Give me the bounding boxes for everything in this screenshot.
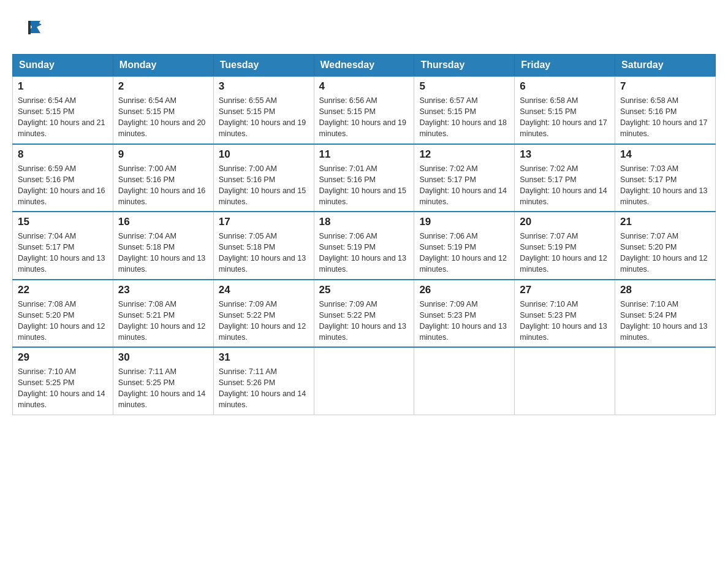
day-number: 24 bbox=[219, 284, 309, 296]
day-number: 4 bbox=[319, 80, 409, 93]
day-number: 18 bbox=[319, 216, 409, 228]
day-info: Sunrise: 7:09 AM Sunset: 5:23 PM Dayligh… bbox=[419, 299, 509, 343]
day-number: 15 bbox=[18, 216, 108, 228]
calendar-cell: 30 Sunrise: 7:11 AM Sunset: 5:25 PM Dayl… bbox=[113, 347, 213, 415]
day-info: Sunrise: 7:03 AM Sunset: 5:17 PM Dayligh… bbox=[620, 163, 710, 208]
day-info: Sunrise: 7:02 AM Sunset: 5:17 PM Dayligh… bbox=[520, 163, 610, 208]
week-row-5: 29 Sunrise: 7:10 AM Sunset: 5:25 PM Dayl… bbox=[13, 347, 716, 415]
day-info: Sunrise: 7:00 AM Sunset: 5:16 PM Dayligh… bbox=[118, 163, 208, 208]
day-info: Sunrise: 6:58 AM Sunset: 5:16 PM Dayligh… bbox=[620, 95, 710, 140]
day-info: Sunrise: 7:11 AM Sunset: 5:26 PM Dayligh… bbox=[219, 366, 309, 411]
weekday-header-tuesday: Tuesday bbox=[213, 55, 314, 77]
calendar-cell: 13 Sunrise: 7:02 AM Sunset: 5:17 PM Dayl… bbox=[515, 144, 615, 212]
calendar-cell: 11 Sunrise: 7:01 AM Sunset: 5:16 PM Dayl… bbox=[314, 144, 414, 212]
day-number: 3 bbox=[219, 80, 309, 93]
day-info: Sunrise: 7:04 AM Sunset: 5:17 PM Dayligh… bbox=[18, 231, 108, 275]
weekday-header-friday: Friday bbox=[515, 55, 615, 77]
day-info: Sunrise: 7:01 AM Sunset: 5:16 PM Dayligh… bbox=[319, 163, 409, 208]
day-number: 17 bbox=[219, 216, 309, 228]
day-number: 29 bbox=[18, 351, 108, 364]
calendar-cell: 1 Sunrise: 6:54 AM Sunset: 5:15 PM Dayli… bbox=[13, 76, 113, 144]
calendar-cell: 6 Sunrise: 6:58 AM Sunset: 5:15 PM Dayli… bbox=[515, 76, 615, 144]
day-info: Sunrise: 7:09 AM Sunset: 5:22 PM Dayligh… bbox=[319, 299, 409, 343]
day-number: 11 bbox=[319, 148, 409, 161]
day-info: Sunrise: 7:08 AM Sunset: 5:21 PM Dayligh… bbox=[118, 299, 208, 343]
weekday-header-thursday: Thursday bbox=[414, 55, 515, 77]
day-number: 2 bbox=[118, 80, 208, 93]
calendar-cell bbox=[615, 347, 716, 415]
calendar-cell: 22 Sunrise: 7:08 AM Sunset: 5:20 PM Dayl… bbox=[13, 280, 113, 348]
day-info: Sunrise: 7:10 AM Sunset: 5:23 PM Dayligh… bbox=[520, 299, 610, 343]
logo bbox=[25, 18, 43, 36]
day-number: 22 bbox=[18, 284, 108, 296]
day-number: 20 bbox=[520, 216, 610, 228]
day-number: 16 bbox=[118, 216, 208, 228]
day-number: 25 bbox=[319, 284, 409, 296]
day-number: 23 bbox=[118, 284, 208, 296]
calendar-cell: 23 Sunrise: 7:08 AM Sunset: 5:21 PM Dayl… bbox=[113, 280, 213, 348]
calendar-cell: 16 Sunrise: 7:04 AM Sunset: 5:18 PM Dayl… bbox=[113, 212, 213, 280]
calendar-cell: 5 Sunrise: 6:57 AM Sunset: 5:15 PM Dayli… bbox=[414, 76, 515, 144]
day-info: Sunrise: 6:54 AM Sunset: 5:15 PM Dayligh… bbox=[18, 95, 108, 140]
page-header bbox=[12, 12, 716, 42]
calendar-cell: 19 Sunrise: 7:06 AM Sunset: 5:19 PM Dayl… bbox=[414, 212, 515, 280]
day-number: 14 bbox=[620, 148, 710, 161]
calendar-cell: 18 Sunrise: 7:06 AM Sunset: 5:19 PM Dayl… bbox=[314, 212, 414, 280]
weekday-header-monday: Monday bbox=[113, 55, 213, 77]
calendar-cell: 31 Sunrise: 7:11 AM Sunset: 5:26 PM Dayl… bbox=[213, 347, 314, 415]
calendar-cell: 7 Sunrise: 6:58 AM Sunset: 5:16 PM Dayli… bbox=[615, 76, 716, 144]
day-info: Sunrise: 6:55 AM Sunset: 5:15 PM Dayligh… bbox=[219, 95, 309, 140]
calendar-cell: 2 Sunrise: 6:54 AM Sunset: 5:15 PM Dayli… bbox=[113, 76, 213, 144]
calendar-cell bbox=[414, 347, 515, 415]
calendar-cell: 26 Sunrise: 7:09 AM Sunset: 5:23 PM Dayl… bbox=[414, 280, 515, 348]
calendar-cell: 24 Sunrise: 7:09 AM Sunset: 5:22 PM Dayl… bbox=[213, 280, 314, 348]
day-number: 19 bbox=[419, 216, 509, 228]
day-info: Sunrise: 6:59 AM Sunset: 5:16 PM Dayligh… bbox=[18, 163, 108, 208]
weekday-header-wednesday: Wednesday bbox=[314, 55, 414, 77]
day-number: 10 bbox=[219, 148, 309, 161]
day-info: Sunrise: 7:05 AM Sunset: 5:18 PM Dayligh… bbox=[219, 231, 309, 275]
calendar-cell: 12 Sunrise: 7:02 AM Sunset: 5:17 PM Dayl… bbox=[414, 144, 515, 212]
day-info: Sunrise: 7:04 AM Sunset: 5:18 PM Dayligh… bbox=[118, 231, 208, 275]
day-number: 5 bbox=[419, 80, 509, 93]
logo-flag-icon bbox=[26, 18, 43, 36]
weekday-header-row: SundayMondayTuesdayWednesdayThursdayFrid… bbox=[13, 55, 716, 77]
day-number: 30 bbox=[118, 351, 208, 364]
day-number: 6 bbox=[520, 80, 610, 93]
week-row-3: 15 Sunrise: 7:04 AM Sunset: 5:17 PM Dayl… bbox=[13, 212, 716, 280]
day-number: 13 bbox=[520, 148, 610, 161]
day-info: Sunrise: 7:10 AM Sunset: 5:24 PM Dayligh… bbox=[620, 299, 710, 343]
week-row-1: 1 Sunrise: 6:54 AM Sunset: 5:15 PM Dayli… bbox=[13, 76, 716, 144]
day-number: 27 bbox=[520, 284, 610, 296]
calendar-cell: 21 Sunrise: 7:07 AM Sunset: 5:20 PM Dayl… bbox=[615, 212, 716, 280]
day-number: 31 bbox=[219, 351, 309, 364]
day-info: Sunrise: 7:11 AM Sunset: 5:25 PM Dayligh… bbox=[118, 366, 208, 411]
day-number: 12 bbox=[419, 148, 509, 161]
week-row-2: 8 Sunrise: 6:59 AM Sunset: 5:16 PM Dayli… bbox=[13, 144, 716, 212]
day-number: 8 bbox=[18, 148, 108, 161]
day-number: 21 bbox=[620, 216, 710, 228]
week-row-4: 22 Sunrise: 7:08 AM Sunset: 5:20 PM Dayl… bbox=[13, 280, 716, 348]
day-number: 26 bbox=[419, 284, 509, 296]
calendar-cell bbox=[314, 347, 414, 415]
day-info: Sunrise: 7:06 AM Sunset: 5:19 PM Dayligh… bbox=[419, 231, 509, 275]
day-info: Sunrise: 7:09 AM Sunset: 5:22 PM Dayligh… bbox=[219, 299, 309, 343]
day-info: Sunrise: 7:00 AM Sunset: 5:16 PM Dayligh… bbox=[219, 163, 309, 208]
calendar-cell: 20 Sunrise: 7:07 AM Sunset: 5:19 PM Dayl… bbox=[515, 212, 615, 280]
day-number: 9 bbox=[118, 148, 208, 161]
calendar-cell: 28 Sunrise: 7:10 AM Sunset: 5:24 PM Dayl… bbox=[615, 280, 716, 348]
calendar-cell: 15 Sunrise: 7:04 AM Sunset: 5:17 PM Dayl… bbox=[13, 212, 113, 280]
calendar-cell: 4 Sunrise: 6:56 AM Sunset: 5:15 PM Dayli… bbox=[314, 76, 414, 144]
day-info: Sunrise: 7:06 AM Sunset: 5:19 PM Dayligh… bbox=[319, 231, 409, 275]
day-info: Sunrise: 7:02 AM Sunset: 5:17 PM Dayligh… bbox=[419, 163, 509, 208]
day-info: Sunrise: 6:58 AM Sunset: 5:15 PM Dayligh… bbox=[520, 95, 610, 140]
calendar-cell: 3 Sunrise: 6:55 AM Sunset: 5:15 PM Dayli… bbox=[213, 76, 314, 144]
day-info: Sunrise: 7:07 AM Sunset: 5:19 PM Dayligh… bbox=[520, 231, 610, 275]
day-number: 7 bbox=[620, 80, 710, 93]
calendar-cell: 29 Sunrise: 7:10 AM Sunset: 5:25 PM Dayl… bbox=[13, 347, 113, 415]
calendar-cell: 14 Sunrise: 7:03 AM Sunset: 5:17 PM Dayl… bbox=[615, 144, 716, 212]
day-info: Sunrise: 7:07 AM Sunset: 5:20 PM Dayligh… bbox=[620, 231, 710, 275]
calendar-table: SundayMondayTuesdayWednesdayThursdayFrid… bbox=[12, 54, 716, 415]
day-info: Sunrise: 7:10 AM Sunset: 5:25 PM Dayligh… bbox=[18, 366, 108, 411]
day-number: 1 bbox=[18, 80, 108, 93]
